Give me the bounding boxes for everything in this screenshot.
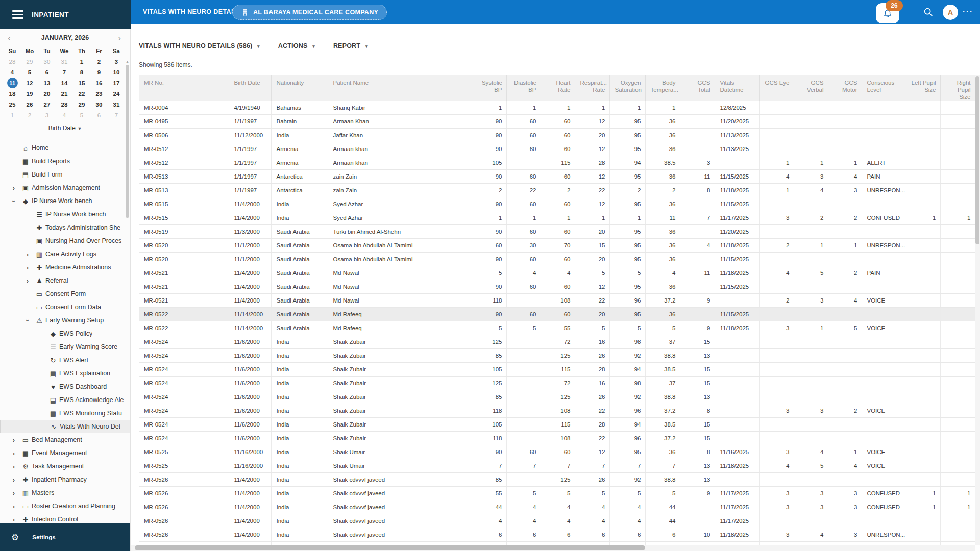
calendar-day[interactable]: 17: [108, 78, 125, 88]
sidebar-item-build-reports[interactable]: ▦Build Reports: [0, 155, 130, 168]
calendar-day[interactable]: 8: [73, 67, 90, 78]
calendar-day[interactable]: 29: [73, 99, 90, 110]
table-row[interactable]: MR-051511/4/2000IndiaSyed Azhar111111171…: [139, 211, 975, 225]
sidebar-scrollbar-thumb[interactable]: [126, 65, 129, 218]
table-row[interactable]: MR-052611/4/2000IndiaShaik cdvvvf javeed…: [139, 473, 975, 487]
table-row[interactable]: MR-052611/4/2000IndiaShaik cdvvvf javeed…: [139, 528, 975, 542]
sidebar-item-vitals-with-neuro-det[interactable]: ∿Vitals With Neuro Det: [0, 420, 130, 433]
more-options-button[interactable]: ···: [963, 7, 973, 16]
calendar-day[interactable]: 30: [38, 56, 56, 67]
sidebar-item-inpatient-pharmacy[interactable]: ›✚Inpatient Pharmacy: [0, 473, 130, 486]
sidebar-item-nursing-hand-over-proces[interactable]: ▣Nursing Hand Over Proces: [0, 234, 130, 247]
column-header-nationality[interactable]: Nationality: [271, 75, 328, 101]
table-horizontal-scrollbar[interactable]: [131, 545, 975, 551]
sidebar-item-medicine-admistrations[interactable]: ›✚Medicine Admistrations: [0, 261, 130, 274]
table-row[interactable]: MR-052411/6/2000IndiaShaik Zubair1051152…: [139, 418, 975, 432]
column-header-vitals-datetime[interactable]: Vitals Datetime: [715, 75, 760, 101]
actions-dropdown[interactable]: ACTIONS ▾: [278, 42, 315, 49]
horizontal-scrollbar-thumb[interactable]: [135, 545, 645, 550]
sidebar-item-early-warning-setup[interactable]: ›⚠Early Warning Setup: [0, 314, 130, 327]
chevron-collapsed-icon[interactable]: ›: [8, 436, 19, 444]
calendar-day[interactable]: 14: [56, 78, 73, 88]
table-row[interactable]: MR-052111/4/2000Saudi ArabiaMd Nawal5445…: [139, 266, 975, 280]
user-avatar[interactable]: A: [943, 5, 958, 20]
sidebar-item-build-form[interactable]: ▤Build Form: [0, 168, 130, 181]
calendar-day[interactable]: 3: [38, 110, 56, 120]
column-header-gcs-total[interactable]: GCS Total: [680, 75, 715, 101]
table-row[interactable]: MR-05131/1/1997Antarcticazain Zain906060…: [139, 170, 975, 184]
column-header-mr-no-[interactable]: MR No.: [139, 75, 229, 101]
chevron-expanded-icon[interactable]: ›: [24, 315, 32, 326]
table-row[interactable]: MR-052611/4/2000IndiaShaik cdvvvf javeed…: [139, 487, 975, 500]
company-selector-button[interactable]: AL BARAYA MEDICAL CARE COMPANY: [232, 5, 387, 20]
table-row[interactable]: MR-052411/6/2000IndiaShaik Zubair1257216…: [139, 335, 975, 349]
table-row[interactable]: MR-052011/1/2000Saudi ArabiaOsama bin Ab…: [139, 239, 975, 253]
table-row[interactable]: MR-052111/4/2000Saudi ArabiaMd Nawal1181…: [139, 294, 975, 308]
table-row[interactable]: MR-052111/4/2000Saudi ArabiaMd Nawal9060…: [139, 280, 975, 294]
column-header-oxygen-saturation[interactable]: Oxygen Saturation: [609, 75, 645, 101]
sidebar-item-ews-explaination[interactable]: ▤EWS Explaination: [0, 367, 130, 380]
table-row[interactable]: MR-052211/14/2000Saudi ArabiaMd Rafeeq90…: [139, 308, 975, 321]
calendar-next-button[interactable]: ›: [115, 33, 124, 43]
calendar-day[interactable]: 4: [56, 110, 73, 120]
table-row[interactable]: MR-051511/4/2000IndiaSyed Azhar906060129…: [139, 197, 975, 211]
chevron-collapsed-icon[interactable]: ›: [22, 251, 33, 258]
sidebar-item-care-activity-logs[interactable]: ›▥Care Activity Logs: [0, 247, 130, 261]
chevron-collapsed-icon[interactable]: ›: [8, 516, 19, 523]
sidebar-item-home[interactable]: ⌂Home: [0, 141, 130, 155]
view-dropdown[interactable]: VITALS WITH NEURO DETAILS (586) ▾: [139, 42, 260, 49]
calendar-day[interactable]: 18: [4, 88, 21, 99]
table-row[interactable]: MR-052411/6/2000IndiaShaik Zubair1257216…: [139, 377, 975, 390]
chevron-collapsed-icon[interactable]: ›: [8, 184, 19, 192]
calendar-day[interactable]: 20: [38, 88, 56, 99]
chevron-collapsed-icon[interactable]: ›: [22, 277, 33, 285]
chevron-collapsed-icon[interactable]: ›: [8, 503, 19, 510]
calendar-day[interactable]: 5: [21, 67, 38, 78]
calendar-prev-button[interactable]: ‹: [5, 33, 13, 43]
sidebar-item-ip-nurse-work-bench[interactable]: ☰IP Nurse Work bench: [0, 208, 130, 221]
calendar-day[interactable]: 6: [90, 110, 108, 120]
calendar-day[interactable]: 7: [56, 67, 73, 78]
column-header-heart-rate[interactable]: Heart Rate: [541, 75, 575, 101]
settings-button[interactable]: ⚙ Settings: [0, 523, 130, 551]
column-header-respirat-rate[interactable]: Respirat... Rate: [575, 75, 609, 101]
calendar-day[interactable]: 1: [73, 56, 90, 67]
calendar-day[interactable]: 4: [4, 67, 21, 78]
calendar-day[interactable]: 13: [38, 78, 56, 88]
calendar-day[interactable]: 21: [56, 88, 73, 99]
column-header-gcs-motor[interactable]: GCS Motor: [828, 75, 862, 101]
calendar-day[interactable]: 3: [108, 56, 125, 67]
table-row[interactable]: MR-05121/1/1997ArmeniaArmaan khan1051152…: [139, 156, 975, 170]
calendar-day[interactable]: 22: [73, 88, 90, 99]
calendar-day[interactable]: 24: [108, 88, 125, 99]
sidebar-item-roster-creation-and-planning[interactable]: ›▭Roster Creation and Planning: [0, 499, 130, 513]
table-row[interactable]: MR-051911/3/2000Saudi ArabiaTurki bin Ah…: [139, 225, 975, 239]
column-header-left-pupil-size[interactable]: Left Pupil Size: [905, 75, 940, 101]
column-header-body-tempera-[interactable]: Body Tempera...: [645, 75, 680, 101]
calendar-day[interactable]: 28: [4, 56, 21, 67]
calendar-day[interactable]: 6: [38, 67, 56, 78]
table-row[interactable]: MR-05131/1/1997Antarcticazain Zain222222…: [139, 184, 975, 197]
calendar-day[interactable]: 12: [21, 78, 38, 88]
vertical-scrollbar-thumb[interactable]: [975, 76, 979, 244]
search-button[interactable]: [923, 7, 934, 18]
table-row[interactable]: MR-052411/6/2000IndiaShaik Zubair8512526…: [139, 390, 975, 404]
calendar-day[interactable]: 27: [38, 99, 56, 110]
sidebar-item-ews-policy[interactable]: ◆EWS Policy: [0, 327, 130, 340]
calendar-day[interactable]: 19: [21, 88, 38, 99]
active-tab-label[interactable]: VITALS WITH NEURO DETAILS: [143, 8, 242, 15]
table-row[interactable]: MR-052611/4/2000IndiaShaik cdvvvf javeed…: [139, 514, 975, 528]
column-header-diastolic-bp[interactable]: Diastolic BP: [506, 75, 541, 101]
column-header-right-pupil-size[interactable]: Right Pupil Size: [940, 75, 975, 101]
sidebar-item-masters[interactable]: ›▦Masters: [0, 486, 130, 499]
calendar-day[interactable]: 31: [108, 99, 125, 110]
table-row[interactable]: MR-052211/14/2000Saudi ArabiaMd Rafeeq55…: [139, 321, 975, 335]
column-header-systolic-bp[interactable]: Systolic BP: [472, 75, 506, 101]
sidebar-item-referral[interactable]: ›♟Referral: [0, 274, 130, 287]
calendar-day[interactable]: 1: [4, 110, 21, 120]
chevron-collapsed-icon[interactable]: ›: [8, 449, 19, 457]
calendar-day[interactable]: 29: [21, 56, 38, 67]
chevron-expanded-icon[interactable]: ›: [10, 195, 18, 207]
sidebar-item-ews-dashboard[interactable]: ♥EWS Dashboard: [0, 380, 130, 393]
calendar-day[interactable]: 28: [56, 99, 73, 110]
